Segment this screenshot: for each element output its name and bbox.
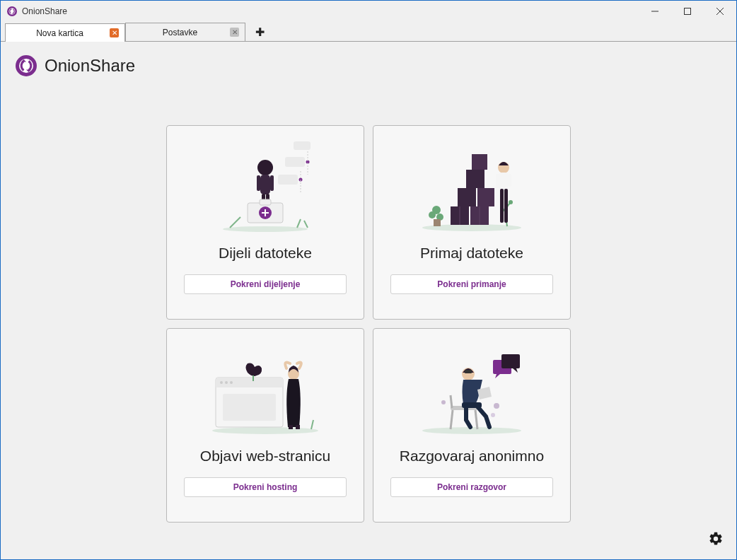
svg-line-15 <box>304 221 308 228</box>
svg-rect-54 <box>504 189 508 223</box>
brand: OnionShare <box>15 54 722 77</box>
svg-point-79 <box>441 400 446 404</box>
svg-marker-78 <box>513 368 518 373</box>
svg-marker-76 <box>495 374 500 378</box>
titlebar: OnionShare <box>1 1 736 22</box>
add-tab-button[interactable]: ✚ <box>250 23 269 41</box>
svg-rect-46 <box>472 154 487 170</box>
svg-point-81 <box>491 413 495 417</box>
svg-rect-19 <box>270 175 274 191</box>
tab-new[interactable]: Nova kartica ✕ <box>5 23 125 42</box>
mode-grid: Dijeli datoteke Pokreni dijeljenje <box>166 125 571 523</box>
start-chat-button[interactable]: Pokreni razgovor <box>390 477 553 497</box>
tab-label: Postavke <box>136 28 224 37</box>
svg-point-80 <box>494 403 499 409</box>
svg-line-69 <box>451 410 453 429</box>
svg-rect-45 <box>466 170 484 188</box>
svg-line-13 <box>230 217 240 228</box>
svg-rect-18 <box>257 175 260 191</box>
svg-rect-17 <box>260 175 270 194</box>
tab-label: Nova kartica <box>16 28 104 38</box>
brand-name: OnionShare <box>45 56 135 76</box>
svg-rect-38 <box>434 219 441 226</box>
close-icon[interactable]: ✕ <box>230 28 239 37</box>
window-controls <box>639 1 736 22</box>
plus-icon: ✚ <box>255 25 265 39</box>
svg-line-14 <box>297 219 301 228</box>
card-title: Dijeli datoteke <box>219 245 312 262</box>
svg-rect-52 <box>508 174 511 187</box>
tab-settings[interactable]: Postavke ✕ <box>125 23 245 41</box>
svg-rect-23 <box>260 199 271 205</box>
svg-point-60 <box>230 381 233 384</box>
svg-line-66 <box>311 420 313 429</box>
card-host-website: Objavi web-stranicu Pokreni hosting <box>166 328 364 523</box>
svg-point-39 <box>509 200 513 204</box>
svg-point-55 <box>212 427 318 434</box>
card-share-files: Dijeli datoteke Pokreni dijeljenje <box>166 125 364 320</box>
chat-illustration <box>385 339 559 438</box>
card-title: Razgovaraj anonimno <box>400 448 544 465</box>
receive-illustration <box>385 136 559 235</box>
minimize-button[interactable] <box>639 1 671 22</box>
card-receive-files: Primaj datoteke Pokreni primanje <box>373 125 571 320</box>
svg-rect-5 <box>685 8 691 15</box>
svg-rect-43 <box>458 188 476 206</box>
svg-point-12 <box>223 226 308 232</box>
svg-rect-73 <box>465 370 472 373</box>
share-illustration <box>178 136 352 235</box>
website-illustration <box>178 339 352 438</box>
card-title: Primaj datoteke <box>420 245 523 262</box>
window-title: OnionShare <box>22 6 639 16</box>
card-title: Objavi web-stranicu <box>200 448 330 465</box>
svg-rect-31 <box>294 141 311 150</box>
svg-rect-53 <box>500 189 504 223</box>
app-icon <box>6 6 18 17</box>
card-chat-anon: Razgovaraj anonimno Pokreni razgovor <box>373 328 571 523</box>
svg-rect-44 <box>477 188 494 206</box>
svg-rect-27 <box>278 175 298 185</box>
onionshare-logo-icon <box>15 54 37 77</box>
main-content: OnionShare <box>1 42 736 559</box>
settings-button[interactable] <box>708 531 724 547</box>
svg-rect-61 <box>223 394 276 421</box>
gear-icon <box>708 537 724 549</box>
svg-point-59 <box>225 381 228 384</box>
start-hosting-button[interactable]: Pokreni hosting <box>184 477 347 497</box>
start-receiving-button[interactable]: Pokreni primanje <box>390 274 553 294</box>
maximize-button[interactable] <box>671 1 704 22</box>
tabbar: Nova kartica ✕ Postavke ✕ ✚ <box>1 22 736 42</box>
start-sharing-button[interactable]: Pokreni dijeljenje <box>184 274 347 294</box>
svg-rect-77 <box>501 354 520 368</box>
svg-point-36 <box>429 211 436 218</box>
svg-rect-51 <box>496 174 499 188</box>
svg-rect-29 <box>285 157 305 167</box>
close-icon[interactable]: ✕ <box>110 28 119 37</box>
svg-line-71 <box>451 395 452 408</box>
close-button[interactable] <box>704 1 736 22</box>
svg-line-70 <box>475 410 477 429</box>
svg-rect-65 <box>296 425 300 429</box>
svg-rect-64 <box>289 425 293 429</box>
svg-rect-50 <box>499 173 508 189</box>
svg-point-58 <box>220 381 223 384</box>
